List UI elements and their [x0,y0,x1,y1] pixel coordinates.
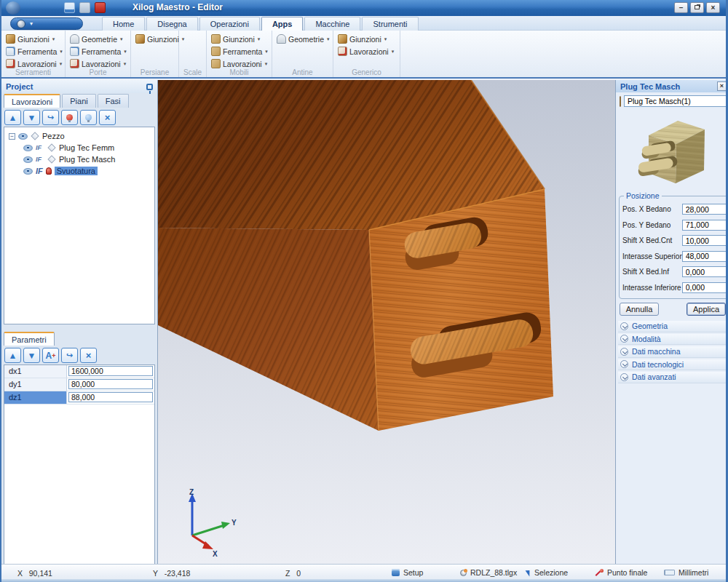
field-interasse-inferiore: Interasse Inferiore [622,280,727,296]
group-label: Porte [66,68,130,76]
tab-lavorazioni[interactable]: Lavorazioni [4,94,60,108]
lamp-on-button[interactable] [61,110,78,125]
param-name: dx1 [4,365,67,378]
sections-accordion: Geometria Modalità Dati macchina Dati te… [616,321,728,383]
delete-button[interactable]: × [99,110,116,125]
chevron-down-icon [620,360,628,368]
export-button[interactable]: ↪ [42,110,59,125]
tree-row-pezzo[interactable]: − Pezzo [4,130,154,142]
statusbar: X 90,141 Y -23,418 Z 0 Setup RDLZ_88.tlg… [1,564,726,582]
move-down-button[interactable]: ▼ [23,110,40,125]
3d-viewport[interactable]: Z Y X [158,80,615,564]
undo-icon[interactable] [79,2,90,13]
beam-front-face [158,228,379,431]
tree-row-plug-tec-femm[interactable]: IF Plug Tec Femm [4,142,154,154]
param-row-dx1[interactable]: dx1 [4,365,154,378]
section-dati-macchina[interactable]: Dati macchina [618,346,728,358]
coord-y-value: -23,418 [165,569,191,578]
delete-button[interactable]: × [80,348,97,363]
chevron-down-icon [620,348,628,356]
tab-piani[interactable]: Piani [62,94,95,108]
chevron-down-icon: ▾ [124,61,127,67]
geometrie-button[interactable]: Geometrie▾ [277,33,330,45]
status-millimetri[interactable]: Millimetri [664,568,708,577]
geometrie-icon [277,34,286,44]
geometrie-button[interactable]: Geometrie▾ [70,33,127,45]
giunzioni-button[interactable]: Giunzioni▾ [6,33,62,45]
giunzioni-button[interactable]: Giunzioni▾ [211,33,269,45]
tab-macchine[interactable]: Macchine [304,17,360,31]
group-label: Antine [272,68,333,76]
eye-icon[interactable] [23,156,33,163]
pin-icon[interactable] [146,84,153,90]
ribbon-group-serramenti: Giunzioni▾ Ferramenta▾ Lavorazioni▾ Serr… [1,31,66,77]
plug-preview [616,108,728,190]
param-row-dz1[interactable]: dz1 [4,391,154,404]
section-modalita[interactable]: Modalità [618,334,728,346]
save-icon[interactable] [64,2,75,13]
file-icon [460,570,467,576]
eye-icon[interactable] [23,145,33,151]
lavorazioni-button[interactable]: Lavorazioni▾ [338,45,397,57]
tree-row-plug-tec-masch[interactable]: IF Plug Tec Masch [4,154,154,165]
tab-disegna[interactable]: Disegna [146,17,197,31]
close-button[interactable]: × [706,2,720,13]
pos-y-bedano-input[interactable] [682,220,727,231]
chevron-down-icon: ▾ [60,49,63,55]
interasse-superiore-input[interactable] [682,251,727,262]
ferramenta-button[interactable]: Ferramenta▾ [211,45,269,57]
param-value-input[interactable] [68,379,153,389]
restore-button[interactable] [690,2,704,13]
book-icon[interactable] [95,2,106,13]
param-value-input[interactable] [68,366,153,376]
move-up-button[interactable]: ▲ [4,110,21,125]
annulla-button[interactable]: Annulla [620,303,659,316]
move-up-button[interactable]: ▲ [4,348,21,363]
ribbon-group-scale: Scale [179,31,207,77]
shift-x-bed-cnt-input[interactable] [682,235,727,246]
tab-operazioni[interactable]: Operazioni [199,17,260,31]
status-selezione[interactable]: Selezione [527,568,568,577]
ferramenta-button[interactable]: Ferramenta▾ [70,45,127,57]
interasse-inferiore-input[interactable] [682,282,727,293]
giunzioni-button[interactable]: Giunzioni▾ [135,33,175,45]
ferramenta-icon [211,47,221,56]
plug-name-input[interactable] [624,95,727,107]
tab-parametri[interactable]: Parametri [4,332,55,346]
tab-apps[interactable]: Apps [261,17,304,31]
tab-fasi[interactable]: Fasi [98,94,129,108]
chevron-down-icon: ▾ [265,61,268,67]
section-dati-tecnologici[interactable]: Dati tecnologici [618,359,728,371]
field-label: Shift X Bed.Inf [622,268,682,276]
tab-home[interactable]: Home [102,17,145,31]
minimize-button[interactable]: – [674,2,688,13]
status-setup[interactable]: Setup [392,568,423,577]
close-icon[interactable]: × [717,81,727,91]
ferramenta-button[interactable]: Ferramenta▾ [6,45,62,57]
tab-strumenti[interactable]: Strumenti [362,17,418,31]
eye-icon[interactable] [18,133,28,140]
applica-button[interactable]: Applica [687,303,726,316]
application-menu-button[interactable]: ▾ [10,17,83,30]
add-parameter-button[interactable]: A+ [42,348,59,363]
lavorazioni-icon [211,59,221,68]
section-dati-avanzati[interactable]: Dati avanzati [618,372,728,383]
pos-x-bedano-input[interactable] [682,204,727,215]
export-button[interactable]: ↪ [61,348,78,363]
tree-row-svuotatura[interactable]: IF Svuotatura [4,165,154,177]
y-axis-label: Y [232,519,237,527]
status-filename[interactable]: RDLZ_88.tlgx [460,568,517,577]
param-row-dy1[interactable]: dy1 [4,378,154,391]
shift-x-bed-inf-input[interactable] [682,266,727,277]
param-value-input[interactable] [68,392,153,402]
collapse-icon[interactable]: − [9,133,15,140]
ribbon-tab-row: ▾ Home Disegna Operazioni Apps Macchine … [1,16,726,31]
status-punto-finale[interactable]: Punto finale [596,568,647,577]
lamp-off-button[interactable] [80,110,97,125]
section-geometria[interactable]: Geometria [618,321,728,332]
giunzioni-button[interactable]: Giunzioni▾ [338,33,397,45]
field-label: Pos. X Bedano [622,205,682,213]
eye-icon[interactable] [23,168,33,175]
move-down-button[interactable]: ▼ [23,348,40,363]
app-orb-icon[interactable] [6,1,20,15]
